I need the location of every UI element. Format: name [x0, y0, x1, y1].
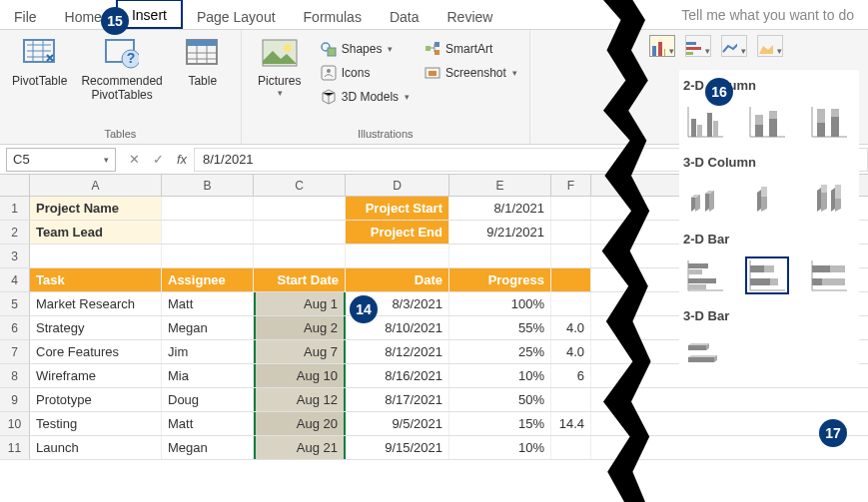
row-header[interactable]: 1	[0, 197, 30, 220]
column-header-f[interactable]: F	[551, 175, 591, 196]
column-chart-dropdown[interactable]: ▾	[649, 35, 675, 57]
cell[interactable]: 8/16/2021	[346, 364, 449, 387]
tab-formulas[interactable]: Formulas	[290, 3, 376, 29]
cell[interactable]: Aug 21	[254, 436, 346, 459]
cell[interactable]: Progress	[449, 268, 551, 291]
area-chart-dropdown[interactable]: ▾	[757, 35, 783, 57]
row-header[interactable]: 6	[0, 316, 30, 339]
cell[interactable]: Testing	[30, 412, 162, 435]
cell[interactable]: 8/12/2021	[346, 340, 449, 363]
cell[interactable]: Strategy	[30, 316, 162, 339]
tab-review[interactable]: Review	[434, 3, 507, 29]
cell[interactable]: Launch	[30, 436, 162, 459]
cell[interactable]: Aug 2	[254, 316, 346, 339]
column-header-e[interactable]: E	[449, 175, 551, 196]
3d-models-button[interactable]: 3D Models▾	[316, 86, 414, 108]
100-stacked-bar-chart[interactable]	[807, 256, 851, 294]
pictures-button[interactable]: Pictures▾	[250, 34, 310, 100]
cell[interactable]: 15%	[449, 412, 551, 435]
cell[interactable]: 8/1/2021	[449, 197, 551, 220]
cell[interactable]	[30, 245, 162, 267]
cell[interactable]: Matt	[162, 292, 254, 315]
stacked-column-chart[interactable]	[745, 103, 789, 141]
3d-clustered-column-chart[interactable]	[683, 180, 727, 218]
cell[interactable]: Jim	[162, 340, 254, 363]
tab-page-layout[interactable]: Page Layout	[183, 3, 290, 29]
cell[interactable]: 9/21/2021	[449, 221, 551, 244]
cell[interactable]	[551, 268, 591, 291]
cell[interactable]: Wireframe	[30, 364, 162, 387]
bar-chart-dropdown[interactable]: ▾	[685, 35, 711, 57]
cell[interactable]: 50%	[449, 388, 551, 411]
enter-formula-button[interactable]: ✓	[146, 152, 170, 167]
cell[interactable]: Market Research	[30, 292, 162, 315]
row-header[interactable]: 4	[0, 268, 30, 291]
table-button[interactable]: Table	[173, 34, 233, 90]
row-header[interactable]: 2	[0, 221, 30, 244]
column-header-d[interactable]: D	[346, 175, 449, 196]
row-header[interactable]: 9	[0, 388, 30, 411]
icons-button[interactable]: Icons	[316, 62, 414, 84]
3d-100-stacked-column-chart[interactable]	[807, 180, 851, 218]
line-chart-dropdown[interactable]: ▾	[721, 35, 747, 57]
cell[interactable]: Megan	[162, 436, 254, 459]
cell[interactable]: Aug 10	[254, 364, 346, 387]
clustered-column-chart[interactable]	[683, 103, 727, 141]
cell[interactable]	[449, 245, 551, 267]
stacked-bar-chart[interactable]	[745, 256, 789, 294]
column-header-b[interactable]: B	[162, 175, 254, 196]
recommended-pivottables-button[interactable]: ? Recommended PivotTables	[77, 34, 166, 104]
cell[interactable]: Task	[30, 268, 162, 291]
cell[interactable]: 9/15/2021	[346, 436, 449, 459]
cell[interactable]: Aug 12	[254, 388, 346, 411]
cell[interactable]	[551, 245, 591, 267]
cell[interactable]: 10%	[449, 364, 551, 387]
cell[interactable]	[254, 221, 346, 244]
cell[interactable]: Assignee	[162, 268, 254, 291]
cell[interactable]: 10%	[449, 436, 551, 459]
shapes-button[interactable]: Shapes▾	[316, 38, 414, 60]
cell[interactable]: 9/5/2021	[346, 412, 449, 435]
smartart-button[interactable]: SmartArt	[420, 38, 521, 60]
tab-data[interactable]: Data	[376, 3, 434, 29]
cell[interactable]	[162, 197, 254, 220]
name-box[interactable]: C5 ▾	[6, 148, 116, 172]
row-header[interactable]: 5	[0, 292, 30, 315]
cell[interactable]: Aug 1	[254, 292, 346, 315]
pivottable-button[interactable]: PivotTable	[8, 34, 71, 90]
clustered-bar-chart[interactable]	[683, 256, 727, 294]
cancel-formula-button[interactable]: ✕	[122, 152, 146, 167]
row-header[interactable]: 11	[0, 436, 30, 459]
screenshot-button[interactable]: Screenshot▾	[420, 62, 521, 84]
column-header-c[interactable]: C	[254, 175, 346, 196]
cell[interactable]: Prototype	[30, 388, 162, 411]
cell[interactable]: Aug 20	[254, 412, 346, 435]
row-header[interactable]: 7	[0, 340, 30, 363]
row-header[interactable]: 3	[0, 245, 30, 267]
100-stacked-column-chart[interactable]	[807, 103, 851, 141]
cell[interactable]	[551, 292, 591, 315]
3d-clustered-bar-chart[interactable]	[683, 333, 727, 371]
column-header-a[interactable]: A	[30, 175, 162, 196]
cell[interactable]: Project Start	[346, 197, 449, 220]
cell[interactable]	[551, 436, 591, 459]
cell[interactable]	[162, 245, 254, 267]
cell[interactable]: Doug	[162, 388, 254, 411]
cell[interactable]: Project Name	[30, 197, 162, 220]
3d-stacked-column-chart[interactable]	[745, 180, 789, 218]
cell[interactable]	[346, 245, 449, 267]
cell[interactable]: 6	[551, 364, 591, 387]
cell[interactable]: Team Lead	[30, 221, 162, 244]
cell[interactable]	[551, 388, 591, 411]
tab-file[interactable]: File	[0, 3, 51, 29]
cell[interactable]: 4.0	[551, 316, 591, 339]
cell[interactable]: Matt	[162, 412, 254, 435]
cell[interactable]	[162, 221, 254, 244]
cell[interactable]: 4.0	[551, 340, 591, 363]
cell[interactable]: 14.4	[551, 412, 591, 435]
cell[interactable]: 100%	[449, 292, 551, 315]
select-all-corner[interactable]	[0, 175, 30, 196]
cell[interactable]: Date	[346, 268, 449, 291]
cell[interactable]: Start Date	[254, 268, 346, 291]
cell[interactable]	[551, 221, 591, 244]
